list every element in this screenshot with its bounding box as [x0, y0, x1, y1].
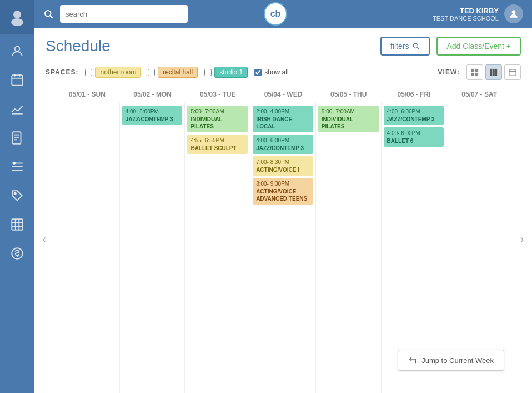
show-all-label: show all [264, 68, 288, 76]
prev-week-button[interactable]: ‹ [34, 86, 54, 393]
sidebar-item-reports[interactable] [0, 94, 34, 123]
day-header-mon: 05/02 - MON [120, 86, 185, 102]
sidebar-item-schedule-table[interactable] [0, 210, 34, 239]
day-col-mon: 4:00- 6:00PM JAZZ/CONTEMP 3 [120, 102, 185, 393]
day-header-wed: 05/04 - WED [250, 86, 316, 102]
svg-rect-29 [475, 69, 478, 72]
space-recital-hall-tag: recital hall [158, 67, 198, 78]
jump-to-current-week-button[interactable]: Jump to Current Week [398, 350, 504, 371]
event-jazz-contemp-mon[interactable]: 4:00- 6:00PM JAZZ/CONTEMP 3 [122, 106, 183, 125]
day-header-sat: 05/07 - SAT [446, 86, 512, 102]
svg-point-15 [13, 162, 15, 164]
filters-button[interactable]: filters [380, 37, 430, 56]
sidebar-item-tasks[interactable] [0, 152, 34, 181]
svg-rect-28 [471, 69, 474, 72]
avatar[interactable] [504, 4, 523, 23]
next-week-button[interactable]: › [512, 86, 532, 393]
user-info: TED KIRBY TEST DANCE SCHOOL [433, 4, 523, 23]
sidebar-item-home[interactable] [0, 37, 34, 66]
svg-rect-8 [12, 132, 21, 144]
event-ballet-6[interactable]: 4:00- 6:00PM BALLET 6 [384, 127, 444, 147]
top-bar: Schedule filters Add Class/Event + [34, 28, 532, 61]
svg-rect-31 [475, 73, 478, 76]
svg-point-2 [15, 46, 20, 51]
content-area: Schedule filters Add Class/Event + SPACE… [34, 28, 532, 393]
svg-rect-30 [471, 73, 474, 76]
svg-point-23 [45, 11, 51, 17]
svg-rect-35 [509, 69, 516, 76]
sidebar-item-tags[interactable] [0, 181, 34, 210]
view-grid-button[interactable] [466, 64, 483, 80]
day-header-sun: 05/01 - SUN [54, 86, 120, 102]
sidebar-item-docs[interactable] [0, 123, 34, 152]
svg-line-24 [51, 16, 53, 18]
event-acting-voice-teens[interactable]: 8:00- 9:30PM ACTING/VOICE ADVANCED TEENS [253, 178, 313, 205]
show-all-checkbox[interactable] [254, 69, 262, 76]
calendar-area: ‹ 05/01 - SUN 05/02 - MON 05/03 - TUE 05… [34, 86, 532, 393]
search-icon [43, 9, 53, 19]
view-calendar-button[interactable] [504, 64, 521, 80]
day-header-fri: 05/06 - FRI [382, 86, 447, 102]
view-columns-button[interactable] [485, 64, 502, 80]
svg-point-0 [13, 11, 21, 18]
day-headers: 05/01 - SUN 05/02 - MON 05/03 - TUE 05/0… [54, 86, 512, 102]
page-title: Schedule [46, 37, 374, 55]
app-logo: cb [264, 2, 287, 26]
svg-rect-3 [12, 75, 23, 85]
day-col-tue: 5:00- 7:00AM INDIVIDUAL PILATES 4:55- 6:… [185, 102, 250, 393]
space-studio-1[interactable]: studio 1 [204, 67, 248, 78]
day-header-tue: 05/03 - TUE [185, 86, 250, 102]
svg-point-26 [414, 43, 418, 48]
day-header-thu: 05/05 - THU [316, 86, 382, 102]
space-recital-hall-checkbox[interactable] [148, 69, 155, 76]
view-buttons [466, 64, 521, 80]
day-col-wed: 2:00- 4:00PM IRISH DANCE LOCAL 4:00- 6:0… [250, 102, 316, 393]
svg-point-22 [12, 248, 23, 259]
svg-line-27 [418, 48, 419, 49]
sidebar-item-calendar[interactable] [0, 66, 34, 94]
svg-rect-32 [490, 69, 493, 76]
jump-btn-label: Jump to Current Week [421, 356, 494, 365]
space-recital-hall[interactable]: recital hall [148, 67, 198, 78]
space-studio-1-tag: studio 1 [214, 67, 248, 78]
space-nother-room-checkbox[interactable] [85, 69, 92, 76]
svg-rect-34 [495, 69, 498, 76]
svg-point-1 [11, 18, 23, 26]
svg-rect-17 [12, 219, 23, 230]
svg-point-25 [512, 10, 516, 14]
spaces-label: SPACES: [46, 68, 78, 76]
user-name: TED KIRBY [433, 7, 499, 15]
event-jazz-contemp-fri[interactable]: 4:00- 6:00PM JAZZ/CONTEMP 3 [384, 106, 444, 125]
header: cb TED KIRBY TEST DANCE SCHOOL [34, 0, 532, 28]
event-acting-voice-i[interactable]: 7:00- 8:30PM ACTING/VOICE I [253, 156, 313, 176]
event-jazz-contemp-wed[interactable]: 4:00- 6:00PM JAZZ/CONTEMP 3 [253, 135, 313, 154]
user-school: TEST DANCE SCHOOL [433, 15, 499, 22]
space-nother-room-tag: nother room [95, 67, 141, 78]
show-all-item[interactable]: show all [254, 68, 288, 76]
event-individual-pilates-thu[interactable]: 5:00- 7:00AM INDIVIDUAL PILATES [318, 106, 379, 132]
sidebar [0, 0, 34, 393]
spaces-bar: SPACES: nother room recital hall studio … [34, 61, 532, 86]
event-ballet-sculpt[interactable]: 4:55- 6:55PM BALLET SCULPT [187, 135, 248, 154]
add-class-button[interactable]: Add Class/Event + [436, 37, 521, 56]
day-col-thu: 5:00- 7:00AM INDIVIDUAL PILATES [316, 102, 382, 393]
view-label: VIEW: [438, 68, 460, 76]
svg-rect-33 [493, 69, 495, 76]
space-studio-1-checkbox[interactable] [204, 69, 212, 76]
sidebar-item-finances[interactable] [0, 239, 34, 268]
sidebar-logo [0, 0, 34, 34]
day-col-sun [54, 102, 120, 393]
svg-point-16 [14, 193, 16, 195]
event-individual-pilates-tue[interactable]: 5:00- 7:00AM INDIVIDUAL PILATES [187, 106, 248, 132]
search-input[interactable] [60, 5, 188, 23]
space-nother-room[interactable]: nother room [85, 67, 141, 78]
event-irish-dance[interactable]: 2:00- 4:00PM IRISH DANCE LOCAL [253, 106, 313, 132]
calendar-grid: 05/01 - SUN 05/02 - MON 05/03 - TUE 05/0… [54, 86, 512, 393]
main-content: cb TED KIRBY TEST DANCE SCHOOL Schedule [34, 0, 532, 393]
